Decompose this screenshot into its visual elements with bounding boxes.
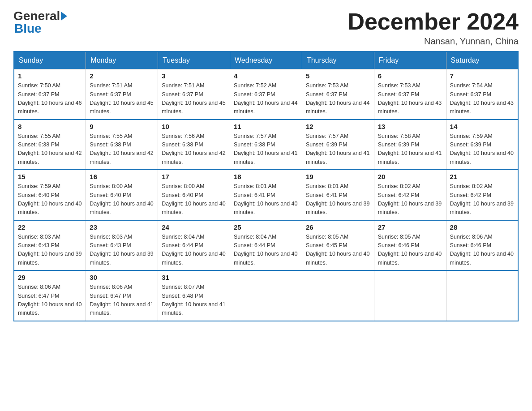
table-row: [302, 270, 374, 321]
day-info: Sunrise: 7:55 AM Sunset: 6:38 PM Dayligh…: [90, 132, 154, 167]
logo-blue-text: Blue: [14, 21, 42, 35]
calendar-week-row: 29 Sunrise: 8:06 AM Sunset: 6:47 PM Dayl…: [14, 270, 518, 321]
table-row: [374, 270, 446, 321]
month-title: December 2024: [348, 9, 519, 34]
day-info: Sunrise: 8:01 AM Sunset: 6:41 PM Dayligh…: [306, 182, 370, 217]
calendar-header-row: Sunday Monday Tuesday Wednesday Thursday…: [14, 51, 518, 69]
day-number: 9: [90, 123, 154, 130]
day-number: 8: [18, 123, 82, 130]
table-row: 29 Sunrise: 8:06 AM Sunset: 6:47 PM Dayl…: [14, 270, 86, 321]
day-number: 14: [450, 123, 514, 130]
calendar-week-row: 8 Sunrise: 7:55 AM Sunset: 6:38 PM Dayli…: [14, 120, 518, 170]
table-row: 22 Sunrise: 8:03 AM Sunset: 6:43 PM Dayl…: [14, 220, 86, 271]
day-number: 7: [450, 72, 514, 80]
day-info: Sunrise: 8:06 AM Sunset: 6:47 PM Dayligh…: [90, 283, 154, 318]
day-info: Sunrise: 8:05 AM Sunset: 6:45 PM Dayligh…: [306, 233, 370, 268]
day-number: 17: [162, 173, 226, 180]
day-info: Sunrise: 7:50 AM Sunset: 6:37 PM Dayligh…: [18, 81, 82, 116]
table-row: 9 Sunrise: 7:55 AM Sunset: 6:38 PM Dayli…: [86, 120, 158, 170]
day-number: 3: [162, 72, 226, 80]
day-info: Sunrise: 7:53 AM Sunset: 6:37 PM Dayligh…: [378, 81, 442, 116]
table-row: 1 Sunrise: 7:50 AM Sunset: 6:37 PM Dayli…: [14, 69, 86, 120]
location-subtitle: Nansan, Yunnan, China: [348, 36, 519, 47]
day-info: Sunrise: 7:52 AM Sunset: 6:37 PM Dayligh…: [234, 81, 298, 116]
col-sunday: Sunday: [14, 51, 86, 69]
table-row: 14 Sunrise: 7:59 AM Sunset: 6:39 PM Dayl…: [446, 120, 518, 170]
calendar-week-row: 22 Sunrise: 8:03 AM Sunset: 6:43 PM Dayl…: [14, 220, 518, 271]
day-info: Sunrise: 8:06 AM Sunset: 6:47 PM Dayligh…: [18, 283, 82, 318]
day-number: 11: [234, 123, 298, 130]
page-header: General Blue December 2024 Nansan, Yunna…: [13, 9, 519, 47]
table-row: 18 Sunrise: 8:01 AM Sunset: 6:41 PM Dayl…: [230, 170, 302, 220]
day-number: 18: [234, 173, 298, 180]
day-info: Sunrise: 7:55 AM Sunset: 6:38 PM Dayligh…: [18, 132, 82, 167]
table-row: 15 Sunrise: 7:59 AM Sunset: 6:40 PM Dayl…: [14, 170, 86, 220]
table-row: 20 Sunrise: 8:02 AM Sunset: 6:42 PM Dayl…: [374, 170, 446, 220]
col-monday: Monday: [86, 51, 158, 69]
day-number: 19: [306, 173, 370, 180]
title-block: December 2024 Nansan, Yunnan, China: [348, 9, 519, 47]
table-row: 28 Sunrise: 8:06 AM Sunset: 6:46 PM Dayl…: [446, 220, 518, 271]
table-row: 5 Sunrise: 7:53 AM Sunset: 6:37 PM Dayli…: [302, 69, 374, 120]
table-row: [230, 270, 302, 321]
calendar-table: Sunday Monday Tuesday Wednesday Thursday…: [13, 51, 519, 321]
day-info: Sunrise: 8:03 AM Sunset: 6:43 PM Dayligh…: [90, 233, 154, 268]
day-info: Sunrise: 7:57 AM Sunset: 6:39 PM Dayligh…: [306, 132, 370, 167]
day-number: 1: [18, 72, 82, 80]
day-info: Sunrise: 7:58 AM Sunset: 6:39 PM Dayligh…: [378, 132, 442, 167]
table-row: 13 Sunrise: 7:58 AM Sunset: 6:39 PM Dayl…: [374, 120, 446, 170]
table-row: 24 Sunrise: 8:04 AM Sunset: 6:44 PM Dayl…: [158, 220, 230, 271]
day-number: 4: [234, 72, 298, 80]
day-info: Sunrise: 8:06 AM Sunset: 6:46 PM Dayligh…: [450, 233, 514, 268]
day-info: Sunrise: 8:04 AM Sunset: 6:44 PM Dayligh…: [162, 233, 226, 268]
day-info: Sunrise: 8:00 AM Sunset: 6:40 PM Dayligh…: [162, 182, 226, 217]
day-number: 28: [450, 223, 514, 231]
day-number: 6: [378, 72, 442, 80]
table-row: 4 Sunrise: 7:52 AM Sunset: 6:37 PM Dayli…: [230, 69, 302, 120]
table-row: 8 Sunrise: 7:55 AM Sunset: 6:38 PM Dayli…: [14, 120, 86, 170]
day-info: Sunrise: 7:57 AM Sunset: 6:38 PM Dayligh…: [234, 132, 298, 167]
day-number: 24: [162, 223, 226, 231]
day-number: 22: [18, 223, 82, 231]
col-wednesday: Wednesday: [230, 51, 302, 69]
logo-arrow-icon: [61, 12, 67, 21]
day-number: 20: [378, 173, 442, 180]
col-saturday: Saturday: [446, 51, 518, 69]
table-row: 25 Sunrise: 8:04 AM Sunset: 6:44 PM Dayl…: [230, 220, 302, 271]
day-number: 16: [90, 173, 154, 180]
day-number: 2: [90, 72, 154, 80]
day-number: 31: [162, 274, 226, 281]
col-thursday: Thursday: [302, 51, 374, 69]
table-row: 19 Sunrise: 8:01 AM Sunset: 6:41 PM Dayl…: [302, 170, 374, 220]
table-row: 3 Sunrise: 7:51 AM Sunset: 6:37 PM Dayli…: [158, 69, 230, 120]
table-row: 30 Sunrise: 8:06 AM Sunset: 6:47 PM Dayl…: [86, 270, 158, 321]
day-number: 27: [378, 223, 442, 231]
day-number: 29: [18, 274, 82, 281]
day-info: Sunrise: 8:04 AM Sunset: 6:44 PM Dayligh…: [234, 233, 298, 268]
table-row: 7 Sunrise: 7:54 AM Sunset: 6:37 PM Dayli…: [446, 69, 518, 120]
table-row: 2 Sunrise: 7:51 AM Sunset: 6:37 PM Dayli…: [86, 69, 158, 120]
day-info: Sunrise: 8:07 AM Sunset: 6:48 PM Dayligh…: [162, 283, 226, 318]
day-number: 12: [306, 123, 370, 130]
table-row: 6 Sunrise: 7:53 AM Sunset: 6:37 PM Dayli…: [374, 69, 446, 120]
day-number: 10: [162, 123, 226, 130]
day-number: 13: [378, 123, 442, 130]
day-number: 26: [306, 223, 370, 231]
table-row: [446, 270, 518, 321]
table-row: 11 Sunrise: 7:57 AM Sunset: 6:38 PM Dayl…: [230, 120, 302, 170]
table-row: 23 Sunrise: 8:03 AM Sunset: 6:43 PM Dayl…: [86, 220, 158, 271]
day-number: 15: [18, 173, 82, 180]
day-info: Sunrise: 7:51 AM Sunset: 6:37 PM Dayligh…: [162, 81, 226, 116]
table-row: 10 Sunrise: 7:56 AM Sunset: 6:38 PM Dayl…: [158, 120, 230, 170]
day-info: Sunrise: 7:54 AM Sunset: 6:37 PM Dayligh…: [450, 81, 514, 116]
day-info: Sunrise: 8:05 AM Sunset: 6:46 PM Dayligh…: [378, 233, 442, 268]
col-friday: Friday: [374, 51, 446, 69]
day-number: 5: [306, 72, 370, 80]
day-info: Sunrise: 8:02 AM Sunset: 6:42 PM Dayligh…: [378, 182, 442, 217]
day-info: Sunrise: 8:01 AM Sunset: 6:41 PM Dayligh…: [234, 182, 298, 217]
table-row: 31 Sunrise: 8:07 AM Sunset: 6:48 PM Dayl…: [158, 270, 230, 321]
day-info: Sunrise: 8:02 AM Sunset: 6:42 PM Dayligh…: [450, 182, 514, 217]
table-row: 21 Sunrise: 8:02 AM Sunset: 6:42 PM Dayl…: [446, 170, 518, 220]
day-info: Sunrise: 7:59 AM Sunset: 6:39 PM Dayligh…: [450, 132, 514, 167]
table-row: 16 Sunrise: 8:00 AM Sunset: 6:40 PM Dayl…: [86, 170, 158, 220]
